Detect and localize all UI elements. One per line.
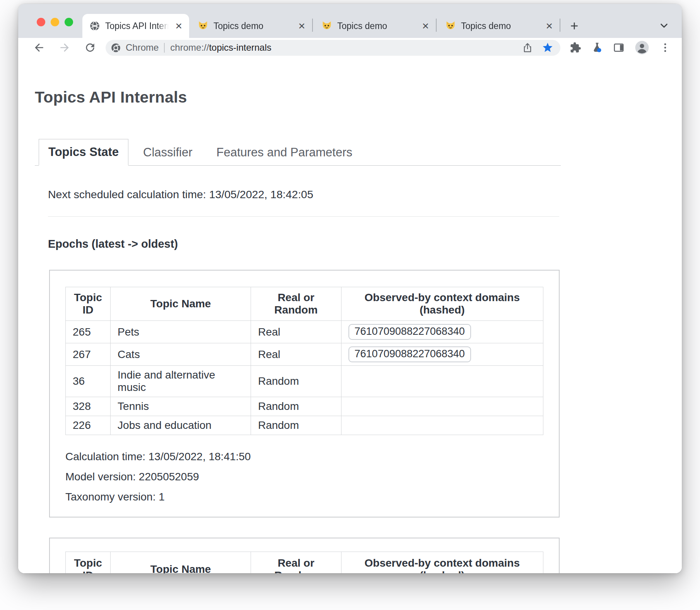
tab-separator — [560, 19, 560, 32]
tab-title: Topics demo — [461, 21, 539, 31]
col-real-or-random: Real or Random — [251, 552, 341, 573]
page-title: Topics API Internals — [35, 88, 682, 106]
table-row: 36 Indie and alternative music Random — [66, 366, 543, 397]
tab-strip: Topics API Intern × Topics demo × — [18, 4, 682, 38]
epoch-panel-1: Topic ID Topic Name Real or Random Obser… — [49, 270, 560, 517]
desktop-background: Topics API Intern × Topics demo × — [0, 0, 700, 610]
real-or-random-cell: Real — [251, 321, 341, 343]
table-header-row: Topic ID Topic Name Real or Random Obser… — [66, 287, 543, 321]
domains-cell: 7610709088227068340 — [341, 343, 543, 366]
close-tab-icon[interactable]: × — [544, 20, 554, 32]
domains-cell — [341, 366, 543, 397]
next-calculation-time: Next scheduled calculation time: 13/05/2… — [48, 188, 559, 201]
tab-title: Topics demo — [337, 21, 415, 31]
window-controls — [37, 18, 73, 26]
browser-window: Topics API Intern × Topics demo × — [18, 4, 682, 573]
tab-title: Topics demo — [213, 21, 292, 31]
back-icon[interactable] — [33, 41, 45, 54]
col-topic-name: Topic Name — [111, 287, 251, 321]
real-or-random-cell: Random — [251, 366, 341, 397]
new-tab-button[interactable] — [568, 14, 580, 38]
real-or-random-cell: Random — [251, 416, 341, 435]
table-row: 267 Cats Real 7610709088227068340 — [66, 343, 543, 366]
epochs-heading: Epochs (latest -> oldest) — [48, 238, 559, 250]
topic-id-cell: 328 — [66, 397, 111, 416]
topic-id-cell: 36 — [66, 366, 111, 397]
model-version: Model version: 2205052059 — [65, 467, 543, 487]
col-real-or-random: Real or Random — [251, 287, 341, 321]
hashed-domain-chip[interactable]: 7610709088227068340 — [348, 346, 471, 362]
browser-toolbar: Chrome chrome://topics-internals — [18, 38, 682, 59]
tab-title: Topics API Intern — [105, 21, 169, 31]
tab-topics-state[interactable]: Topics State — [39, 139, 128, 166]
close-tab-icon[interactable]: × — [297, 20, 307, 32]
tab-topics-api-internals[interactable]: Topics API Intern × — [82, 14, 189, 38]
close-tab-icon[interactable]: × — [174, 20, 184, 32]
side-panel-icon[interactable] — [613, 42, 625, 53]
url-text[interactable]: chrome://topics-internals — [170, 42, 271, 53]
real-or-random-cell: Real — [251, 343, 341, 366]
bookmark-star-icon[interactable] — [542, 42, 553, 53]
extensions-icon[interactable] — [570, 42, 581, 53]
share-icon[interactable] — [522, 42, 533, 53]
chrome-logo-icon — [111, 43, 121, 53]
omnibox-divider — [164, 43, 165, 53]
table-header-row: Topic ID Topic Name Real or Random Obser… — [66, 552, 543, 573]
close-window-button[interactable] — [37, 18, 45, 26]
search-engine-label: Chrome — [126, 42, 159, 53]
taxonomy-version: Taxonomy version: 1 — [65, 487, 543, 507]
profile-avatar[interactable] — [635, 40, 649, 55]
minimize-window-button[interactable] — [51, 18, 59, 26]
address-bar[interactable]: Chrome chrome://topics-internals — [106, 40, 560, 56]
epoch-table-1: Topic ID Topic Name Real or Random Obser… — [65, 287, 543, 435]
col-topic-id: Topic ID — [66, 552, 111, 573]
section-divider — [48, 216, 559, 217]
col-topic-id: Topic ID — [66, 287, 111, 321]
tab-search-chevron-icon[interactable] — [658, 19, 670, 32]
cat-icon — [445, 21, 456, 31]
reload-icon[interactable] — [84, 41, 96, 54]
table-row: 226 Jobs and education Random — [66, 416, 543, 435]
epoch-table-2: Topic ID Topic Name Real or Random Obser… — [65, 552, 543, 573]
domains-cell — [341, 416, 543, 435]
fullscreen-window-button[interactable] — [65, 18, 73, 26]
topic-name-cell: Pets — [111, 321, 251, 343]
col-topic-name: Topic Name — [111, 552, 251, 573]
tab-topics-demo-3[interactable]: Topics demo × — [437, 14, 560, 38]
tab-classifier[interactable]: Classifier — [134, 140, 201, 165]
epoch-panel-2: Topic ID Topic Name Real or Random Obser… — [49, 538, 560, 573]
epoch-meta: Calculation time: 13/05/2022, 18:41:50 M… — [65, 447, 543, 507]
hashed-domain-chip[interactable]: 7610709088227068340 — [348, 324, 471, 340]
tab-topics-demo-1[interactable]: Topics demo × — [189, 14, 312, 38]
tab-features-and-parameters[interactable]: Features and Parameters — [207, 140, 362, 165]
cat-icon — [198, 21, 208, 31]
plus-icon — [568, 20, 580, 32]
page-content: Topics API Internals Topics State Classi… — [18, 59, 682, 573]
topic-id-cell: 267 — [66, 343, 111, 366]
calculation-time: Calculation time: 13/05/2022, 18:41:50 — [65, 447, 543, 467]
topic-id-cell: 265 — [66, 321, 111, 343]
chrome-labs-beaker-icon[interactable] — [591, 42, 603, 53]
topic-name-cell: Cats — [111, 343, 251, 366]
col-observed-domains: Observed-by context domains (hashed) — [341, 287, 543, 321]
topic-id-cell: 226 — [66, 416, 111, 435]
url-scheme: chrome:// — [170, 42, 209, 53]
menu-kebab-icon[interactable] — [659, 42, 671, 53]
person-icon — [635, 40, 649, 55]
page-tab-bar: Topics State Classifier Features and Par… — [35, 139, 561, 166]
toolbar-actions — [570, 40, 671, 55]
tab-topics-demo-2[interactable]: Topics demo × — [313, 14, 436, 38]
close-tab-icon[interactable]: × — [420, 20, 430, 32]
url-path: topics-internals — [209, 42, 271, 53]
domains-cell: 7610709088227068340 — [341, 321, 543, 343]
col-observed-domains: Observed-by context domains (hashed) — [341, 552, 543, 573]
domains-cell — [341, 397, 543, 416]
forward-icon[interactable] — [58, 41, 71, 54]
topic-name-cell: Tennis — [111, 397, 251, 416]
topic-name-cell: Jobs and education — [111, 416, 251, 435]
real-or-random-cell: Random — [251, 397, 341, 416]
table-row: 265 Pets Real 7610709088227068340 — [66, 321, 543, 343]
topic-name-cell: Indie and alternative music — [111, 366, 251, 397]
globe-icon — [89, 21, 100, 31]
cat-icon — [321, 21, 332, 31]
